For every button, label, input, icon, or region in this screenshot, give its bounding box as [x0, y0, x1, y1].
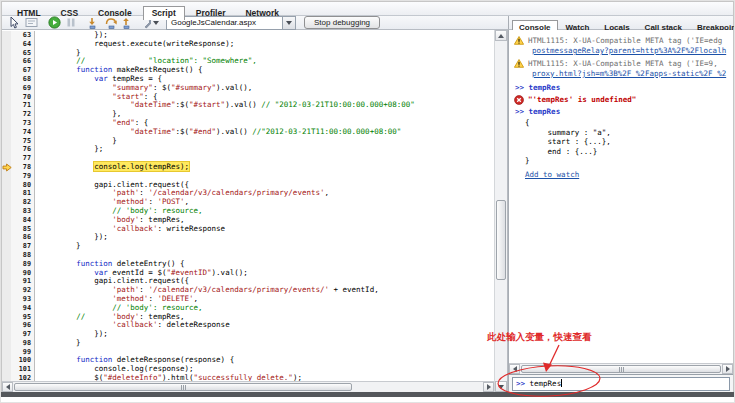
select-element-icon[interactable] [6, 16, 22, 29]
breakpoint-margin[interactable] [2, 313, 11, 322]
breakpoint-margin[interactable] [2, 128, 11, 137]
line-number[interactable]: 88 [11, 251, 35, 260]
breakpoint-margin[interactable] [2, 207, 11, 216]
code-vscroll-thumb[interactable] [496, 200, 506, 280]
code-text[interactable]: } [35, 242, 81, 251]
scroll-right-arrow-icon[interactable] [722, 364, 733, 374]
line-number[interactable]: 78 [11, 163, 35, 172]
breakpoint-margin[interactable] [2, 269, 11, 278]
line-number[interactable]: 66 [11, 57, 35, 66]
breakpoint-margin[interactable] [2, 216, 11, 225]
line-number[interactable]: 76 [11, 145, 35, 154]
file-selector-dropdown-button[interactable] [282, 17, 295, 29]
code-text[interactable]: }; [35, 145, 103, 154]
code-text[interactable]: console.log(tempRes); [35, 163, 189, 172]
breakpoint-margin[interactable] [2, 84, 11, 93]
code-horizontal-scrollbar[interactable] [2, 381, 494, 392]
line-number[interactable]: 72 [11, 110, 35, 119]
code-text[interactable]: $("#deleteInfo").html("successfully dele… [35, 374, 302, 381]
scroll-down-arrow-icon[interactable] [495, 381, 507, 392]
breakpoint-margin[interactable] [2, 260, 11, 269]
line-number[interactable]: 96 [11, 321, 35, 330]
line-number[interactable]: 98 [11, 339, 35, 348]
line-number[interactable]: 67 [11, 66, 35, 75]
breakpoint-margin[interactable] [2, 330, 11, 339]
line-number[interactable]: 91 [11, 277, 35, 286]
console-input[interactable]: >> tempRes [512, 377, 730, 391]
line-number[interactable]: 80 [11, 181, 35, 190]
line-number[interactable]: 94 [11, 304, 35, 313]
tab-script[interactable]: Script [143, 6, 185, 20]
breakpoint-margin[interactable] [2, 110, 11, 119]
line-number[interactable]: 64 [11, 40, 35, 49]
line-number[interactable]: 101 [11, 365, 35, 374]
line-number[interactable]: 84 [11, 216, 35, 225]
breakpoint-margin[interactable] [2, 339, 11, 348]
breakpoint-margin[interactable] [2, 189, 11, 198]
line-number[interactable]: 102 [11, 374, 35, 381]
scroll-up-arrow-icon[interactable] [495, 30, 507, 41]
add-to-watch-link[interactable]: Add to watch [513, 166, 733, 179]
breakpoint-margin[interactable] [2, 356, 11, 365]
console-hscroll-thumb[interactable] [521, 365, 721, 373]
line-number[interactable]: 74 [11, 128, 35, 137]
code-vertical-scrollbar[interactable] [494, 30, 508, 392]
breakpoint-margin[interactable] [2, 233, 11, 242]
breakpoint-margin[interactable] [2, 49, 11, 58]
line-number[interactable]: 75 [11, 137, 35, 146]
scroll-left-arrow-icon[interactable] [509, 364, 520, 374]
line-number[interactable]: 100 [11, 356, 35, 365]
breakpoint-margin[interactable] [2, 40, 11, 49]
breakpoint-margin[interactable] [2, 277, 11, 286]
file-selector[interactable]: GoogleJsCalendar.aspx [166, 16, 296, 30]
breakpoint-margin[interactable] [2, 57, 11, 66]
breakpoint-margin[interactable] [2, 365, 11, 374]
step-over-icon[interactable] [103, 16, 119, 29]
line-number[interactable]: 86 [11, 233, 35, 242]
line-number[interactable]: 81 [11, 189, 35, 198]
stop-debugging-button[interactable]: Stop debugging [304, 16, 380, 29]
line-number[interactable]: 79 [11, 172, 35, 181]
line-number[interactable]: 69 [11, 84, 35, 93]
line-number[interactable]: 85 [11, 225, 35, 234]
breakpoint-margin[interactable] [2, 348, 11, 357]
breakpoint-margin[interactable] [2, 198, 11, 207]
breakpoint-margin[interactable] [2, 66, 11, 75]
scroll-right-arrow-icon[interactable] [483, 382, 494, 392]
line-number[interactable]: 77 [11, 154, 35, 163]
line-number[interactable]: 90 [11, 269, 35, 278]
breakpoint-margin[interactable] [2, 225, 11, 234]
line-number[interactable]: 92 [11, 286, 35, 295]
line-number[interactable]: 65 [11, 49, 35, 58]
line-number[interactable]: 89 [11, 260, 35, 269]
line-number[interactable]: 68 [11, 75, 35, 84]
breakpoint-margin[interactable] [2, 242, 11, 251]
breakpoint-margin[interactable] [2, 163, 11, 172]
code-text[interactable]: } [35, 339, 81, 348]
line-number[interactable]: 83 [11, 207, 35, 216]
breakpoint-margin[interactable] [2, 172, 11, 181]
breakpoint-margin[interactable] [2, 119, 11, 128]
line-number[interactable]: 87 [11, 242, 35, 251]
breakpoint-margin[interactable] [2, 101, 11, 110]
line-number[interactable]: 63 [11, 31, 35, 40]
breakpoint-margin[interactable] [2, 251, 11, 260]
continue-icon[interactable] [46, 16, 62, 29]
breakpoint-margin[interactable] [2, 321, 11, 330]
line-number[interactable]: 70 [11, 93, 35, 102]
breakpoint-margin[interactable] [2, 286, 11, 295]
breakpoint-margin[interactable] [2, 75, 11, 84]
line-number[interactable]: 73 [11, 119, 35, 128]
line-number[interactable]: 71 [11, 101, 35, 110]
console-message-link[interactable]: proxy.html?jsh=m%3B%2F_%2Fapps-static%2F… [513, 69, 733, 81]
line-number[interactable]: 95 [11, 313, 35, 322]
pause-icon[interactable] [63, 16, 79, 29]
breakpoint-margin[interactable] [2, 374, 11, 381]
breakpoint-margin[interactable] [2, 31, 11, 40]
console-message-link[interactable]: postmessageRelay?parent=http%3A%2F%2Floc… [513, 46, 733, 58]
code-hscroll-thumb[interactable] [14, 383, 352, 391]
breakpoint-margin[interactable] [2, 154, 11, 163]
step-into-icon[interactable] [86, 16, 102, 29]
line-number[interactable]: 97 [11, 330, 35, 339]
view-source-icon[interactable] [23, 16, 39, 29]
